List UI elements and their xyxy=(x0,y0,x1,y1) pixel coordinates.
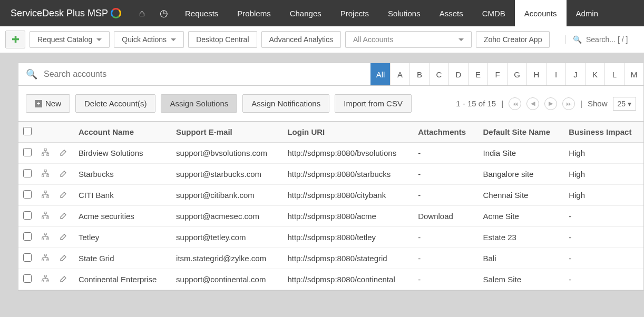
hierarchy-icon[interactable] xyxy=(36,206,54,227)
nav-problems[interactable]: Problems xyxy=(228,0,280,26)
col-3[interactable]: Attachments xyxy=(412,122,476,143)
pager-prev-icon[interactable]: ◀ xyxy=(526,97,539,110)
nav-assets[interactable]: Assets xyxy=(430,0,473,26)
hierarchy-icon[interactable] xyxy=(36,227,54,248)
actions-bar: +New Delete Account(s) Assign Solutions … xyxy=(18,86,644,122)
assign-notifications-label: Assign Notifications xyxy=(251,99,320,108)
cell-uri: http://sdpmsp:8080/bvsolutions xyxy=(281,143,412,164)
hierarchy-icon[interactable] xyxy=(36,143,54,164)
table-row[interactable]: Continental Enterprisesupport@continenta… xyxy=(18,269,643,290)
row-checkbox[interactable] xyxy=(23,211,32,220)
alpha-l[interactable]: L xyxy=(604,63,624,85)
import-csv-button[interactable]: Import from CSV xyxy=(335,94,412,113)
alpha-m[interactable]: M xyxy=(624,63,643,85)
alpha-j[interactable]: J xyxy=(565,63,585,85)
pager-first-icon[interactable]: ⏮ xyxy=(509,97,521,110)
alpha-k[interactable]: K xyxy=(585,63,604,85)
hierarchy-icon[interactable] xyxy=(36,164,54,185)
cell-name: State Grid xyxy=(72,248,170,269)
row-checkbox[interactable] xyxy=(23,169,32,177)
nav-accounts[interactable]: Accounts xyxy=(515,0,567,26)
alpha-e[interactable]: E xyxy=(468,63,487,85)
svg-rect-18 xyxy=(44,275,46,277)
quick-actions-label: Quick Actions xyxy=(122,35,167,44)
cell-name: CITI Bank xyxy=(72,185,170,206)
alpha-g[interactable]: G xyxy=(507,63,526,85)
request-catalog-dropdown[interactable]: Request Catalog xyxy=(30,31,110,48)
edit-icon[interactable] xyxy=(54,206,72,227)
table-row[interactable]: Birdview Solutionssupport@bvsolutions.co… xyxy=(18,143,643,164)
alpha-b[interactable]: B xyxy=(409,63,429,85)
cell-email: itsm.stategrid@zylke.com xyxy=(170,248,281,269)
col-1[interactable]: Support E-mail xyxy=(170,122,281,143)
assign-notifications-button[interactable]: Assign Notifications xyxy=(242,94,329,113)
new-label: New xyxy=(45,99,61,108)
account-filter-select[interactable]: All Accounts xyxy=(345,31,472,48)
alpha-a[interactable]: A xyxy=(390,63,409,85)
zoho-creator-button[interactable]: Zoho Creator App xyxy=(476,31,550,48)
cell-email: support@bvsolutions.com xyxy=(170,143,281,164)
col-5[interactable]: Business Impact xyxy=(562,122,643,143)
table-row[interactable]: CITI Banksupport@citibank.comhttp://sdpm… xyxy=(18,185,643,206)
hierarchy-icon[interactable] xyxy=(36,248,54,269)
alpha-c[interactable]: C xyxy=(429,63,448,85)
table-row[interactable]: Starbuckssupport@starbucks.comhttp://sdp… xyxy=(18,164,643,185)
alpha-i[interactable]: I xyxy=(546,63,565,85)
desktop-central-button[interactable]: Desktop Central xyxy=(188,31,257,48)
svg-rect-20 xyxy=(47,280,49,282)
page-size-select[interactable]: 25 ▾ xyxy=(613,97,636,111)
edit-icon[interactable] xyxy=(54,185,72,206)
svg-rect-0 xyxy=(44,148,46,151)
alpha-f[interactable]: F xyxy=(487,63,507,85)
table-row[interactable]: Tetleysupport@tetley.comhttp://sdpmsp:80… xyxy=(18,227,643,248)
edit-icon[interactable] xyxy=(54,248,72,269)
accounts-search-input[interactable] xyxy=(44,70,363,79)
plus-icon: + xyxy=(35,100,42,107)
nav-admin[interactable]: Admin xyxy=(567,0,608,26)
alpha-d[interactable]: D xyxy=(448,63,468,85)
svg-rect-12 xyxy=(44,233,46,235)
nav-cmdb[interactable]: CMDB xyxy=(473,0,515,26)
select-all-checkbox[interactable] xyxy=(23,127,32,135)
nav-changes[interactable]: Changes xyxy=(280,0,331,26)
assign-solutions-button[interactable]: Assign Solutions xyxy=(161,94,237,113)
cell-impact: - xyxy=(562,248,643,269)
topbar: ServiceDesk Plus MSP ⌂ ◷ RequestsProblem… xyxy=(0,0,644,26)
col-0[interactable]: Account Name xyxy=(72,122,170,143)
row-checkbox[interactable] xyxy=(23,253,32,262)
row-checkbox[interactable] xyxy=(23,190,32,199)
nav-requests[interactable]: Requests xyxy=(175,0,228,26)
edit-icon[interactable] xyxy=(54,269,72,290)
svg-rect-15 xyxy=(44,254,46,256)
new-request-icon[interactable]: ✚ xyxy=(5,31,25,48)
pager-last-icon[interactable]: ⏭ xyxy=(562,97,575,110)
nav-projects[interactable]: Projects xyxy=(331,0,378,26)
new-button[interactable]: +New xyxy=(26,94,70,113)
nav-solutions[interactable]: Solutions xyxy=(378,0,430,26)
home-icon[interactable]: ⌂ xyxy=(132,0,152,26)
hierarchy-icon[interactable] xyxy=(36,269,54,290)
edit-icon[interactable] xyxy=(54,227,72,248)
row-checkbox[interactable] xyxy=(23,232,32,241)
hierarchy-icon[interactable] xyxy=(36,185,54,206)
dashboard-icon[interactable]: ◷ xyxy=(152,0,175,26)
accounts-table: Account NameSupport E-mailLogin URIAttac… xyxy=(18,122,643,290)
quick-actions-dropdown[interactable]: Quick Actions xyxy=(114,31,184,48)
alpha-all[interactable]: All xyxy=(370,63,390,85)
row-checkbox[interactable] xyxy=(23,148,32,156)
table-row[interactable]: Acme securitiessupport@acmesec.comhttp:/… xyxy=(18,206,643,227)
cell-email: support@starbucks.com xyxy=(170,164,281,185)
delete-accounts-button[interactable]: Delete Account(s) xyxy=(75,94,155,113)
table-row[interactable]: State Griditsm.stategrid@zylke.comhttp:/… xyxy=(18,248,643,269)
col-2[interactable]: Login URI xyxy=(281,122,412,143)
edit-icon[interactable] xyxy=(54,164,72,185)
row-checkbox[interactable] xyxy=(23,274,32,283)
col-4[interactable]: Default Site Name xyxy=(477,122,563,143)
alpha-h[interactable]: H xyxy=(526,63,546,85)
pager-next-icon[interactable]: ▶ xyxy=(544,97,557,110)
svg-rect-17 xyxy=(47,259,49,261)
advanced-analytics-button[interactable]: Advanced Analytics xyxy=(261,31,341,48)
edit-icon[interactable] xyxy=(54,143,72,164)
cell-site: Estate 23 xyxy=(477,227,563,248)
global-search-input[interactable] xyxy=(586,35,639,44)
